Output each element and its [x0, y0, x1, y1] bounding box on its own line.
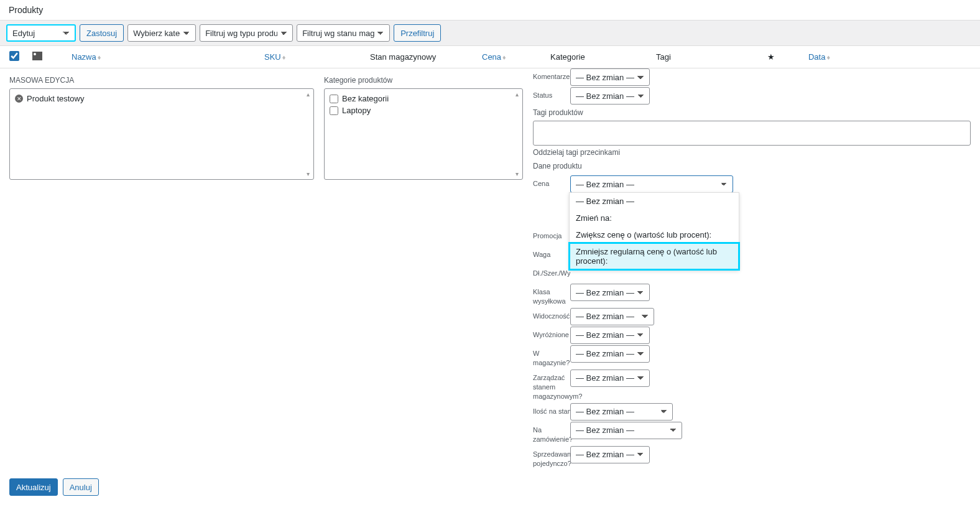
backorder-select[interactable]: — Bez zmian — — [570, 422, 682, 439]
sold-individually-select[interactable]: — Bez zmian — — [570, 446, 650, 463]
price-label: Cena — [533, 175, 570, 188]
price-option-change-to[interactable]: Zmień na: — [570, 210, 739, 226]
in-stock-label: W magazynie? — [533, 345, 570, 368]
status-select[interactable]: — Bez zmian — — [570, 87, 650, 105]
sku-column[interactable]: SKU♦ — [264, 52, 370, 62]
weight-label: Waga — [533, 246, 570, 259]
product-type-filter[interactable]: Filtruj wg typu produktu — [200, 24, 293, 42]
dims-label: Dł./Szer./Wys — [533, 265, 570, 278]
category-item: Bez kategorii — [325, 93, 522, 105]
in-stock-select[interactable]: — Bez zmian — — [570, 345, 650, 363]
category-checkbox[interactable] — [330, 95, 338, 103]
tags-column: Tagi — [656, 52, 756, 62]
name-column[interactable]: Nazwa♦ — [47, 52, 264, 62]
sale-label: Promocja — [533, 228, 570, 241]
price-option-decrease[interactable]: Zmniejsz regularną cenę o (wartość lub p… — [570, 243, 739, 269]
product-name: Produkt testowy — [27, 94, 85, 103]
scroll-up-icon[interactable]: ▴ — [512, 90, 522, 99]
featured-label: Wyróżnione — [533, 327, 570, 340]
manage-stock-label: Zarządzać stanem magazynowym? — [533, 370, 570, 402]
product-data-heading: Dane produktu — [533, 162, 971, 170]
bulk-edit-heading: MASOWA EDYCJA — [9, 68, 314, 88]
cancel-button[interactable]: Anuluj — [63, 478, 99, 496]
tags-help: Oddzielaj tagi przecinkami — [533, 148, 971, 157]
sold-individually-label: Sprzedawany pojedynczo? — [533, 446, 570, 469]
list-item: ✕ Produkt testowy — [10, 93, 313, 105]
footer-bar: Aktualizuj Anuluj — [0, 470, 980, 504]
price-dropdown-menu: — Bez zmian — Zmień na: Zwiększ cenę o (… — [569, 192, 739, 270]
star-icon — [767, 52, 775, 62]
price-option-increase[interactable]: Zwiększ cenę o (wartość lub procent): — [570, 226, 739, 243]
categories-listbox[interactable]: Bez kategorii Laptopy ▴ ▾ — [324, 88, 523, 180]
featured-column — [756, 52, 787, 62]
stock-column: Stan magazynowy — [370, 52, 482, 62]
remove-icon[interactable]: ✕ — [15, 95, 23, 103]
bulk-action-select[interactable]: Edytuj — [6, 24, 76, 42]
scroll-down-icon[interactable]: ▾ — [512, 169, 522, 179]
stock-qty-select[interactable]: — Bez zmian — — [570, 403, 673, 421]
update-button[interactable]: Aktualizuj — [9, 478, 58, 496]
stock-status-filter[interactable]: Filtruj wg stanu magazyno — [297, 24, 390, 42]
category-checkbox[interactable] — [330, 106, 338, 115]
stock-qty-label: Ilość na stanie — [533, 403, 570, 416]
products-listbox[interactable]: ✕ Produkt testowy ▴ ▾ — [9, 88, 314, 180]
page-title: Produkty — [0, 0, 980, 20]
visibility-label: Widoczność — [533, 308, 570, 321]
status-label: Status — [533, 87, 570, 100]
comments-select[interactable]: — Bez zmian — — [570, 68, 650, 86]
tags-input[interactable] — [533, 121, 971, 146]
categories-column: Kategorie — [550, 52, 656, 62]
visibility-select[interactable]: — Bez zmian — — [570, 308, 654, 325]
scroll-down-icon[interactable]: ▾ — [303, 169, 313, 179]
category-label: Laptopy — [342, 106, 371, 115]
image-column-icon — [28, 52, 47, 62]
shipping-class-label: Klasa wysyłkowa — [533, 284, 570, 307]
scroll-up-icon[interactable]: ▴ — [303, 90, 313, 99]
select-all-checkbox[interactable] — [9, 51, 19, 61]
date-column[interactable]: Data♦ — [787, 52, 830, 62]
shipping-class-select[interactable]: — Bez zmian — — [570, 284, 650, 301]
price-column[interactable]: Cena♦ — [482, 52, 550, 62]
apply-button[interactable]: Zastosuj — [80, 24, 124, 42]
category-item: Laptopy — [325, 105, 522, 116]
tags-label: Tagi produktów — [533, 106, 971, 121]
category-label: Bez kategorii — [342, 94, 389, 103]
price-option-no-change[interactable]: — Bez zmian — — [570, 193, 739, 210]
manage-stock-select[interactable]: — Bez zmian — — [570, 370, 650, 387]
featured-select[interactable]: — Bez zmian — — [570, 327, 650, 344]
column-headers: Nazwa♦ SKU♦ Stan magazynowy Cena♦ Katego… — [0, 46, 980, 68]
categories-heading: Kategorie produktów — [324, 68, 523, 88]
price-select[interactable]: — Bez zmian — — [570, 175, 733, 193]
category-filter[interactable]: Wybierz kategorię — [127, 24, 196, 42]
comments-label: Komentarze — [533, 68, 570, 81]
filter-button[interactable]: Przefiltruj — [394, 24, 441, 42]
backorder-label: Na zamówienie? — [533, 422, 570, 445]
filters-bar: Edytuj Zastosuj Wybierz kategorię Filtru… — [0, 20, 980, 46]
